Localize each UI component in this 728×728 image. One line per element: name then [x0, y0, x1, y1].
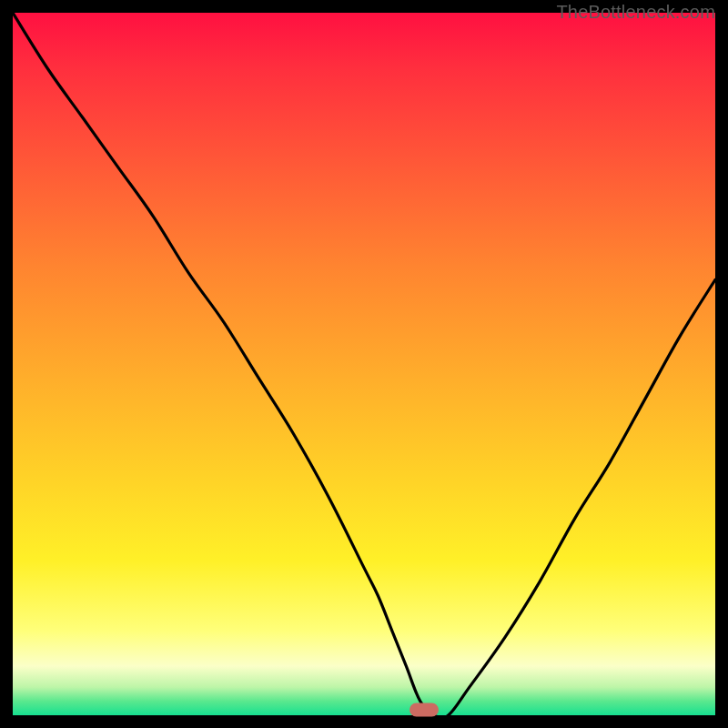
chart-frame: TheBottleneck.com: [0, 0, 728, 728]
watermark-text: TheBottleneck.com: [556, 2, 715, 23]
optimum-marker: [410, 703, 439, 716]
bottleneck-curve: [13, 13, 715, 715]
plot-area: [13, 13, 715, 715]
